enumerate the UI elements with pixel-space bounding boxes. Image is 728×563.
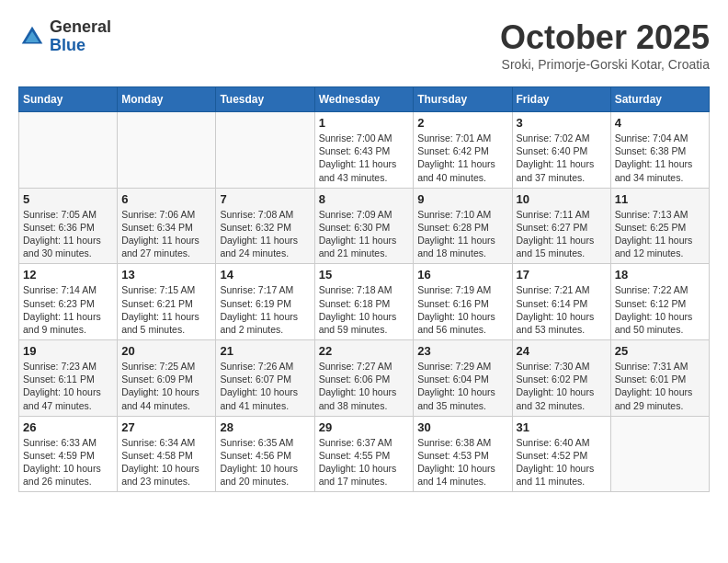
calendar-week-1: 1Sunrise: 7:00 AMSunset: 6:43 PMDaylight… — [19, 112, 710, 189]
day-info: Sunrise: 7:25 AMSunset: 6:09 PMDaylight:… — [121, 360, 211, 412]
day-number: 29 — [319, 420, 410, 434]
day-number: 4 — [615, 116, 705, 130]
day-info: Sunrise: 7:04 AMSunset: 6:38 PMDaylight:… — [615, 132, 705, 184]
day-info: Sunrise: 7:10 AMSunset: 6:28 PMDaylight:… — [417, 208, 507, 260]
weekday-header-sunday: Sunday — [19, 87, 118, 112]
weekday-header-saturday: Saturday — [610, 87, 709, 112]
weekday-header-friday: Friday — [512, 87, 610, 112]
calendar-cell: 19Sunrise: 7:23 AMSunset: 6:11 PMDayligh… — [19, 340, 118, 417]
month-title: October 2025 — [500, 18, 710, 57]
calendar-cell — [118, 112, 216, 189]
day-number: 26 — [23, 420, 113, 434]
calendar-week-5: 26Sunrise: 6:33 AMSunset: 4:59 PMDayligh… — [19, 416, 710, 492]
calendar-cell: 30Sunrise: 6:38 AMSunset: 4:53 PMDayligh… — [414, 416, 512, 492]
day-info: Sunrise: 6:35 AMSunset: 4:56 PMDaylight:… — [220, 436, 310, 488]
calendar-cell: 22Sunrise: 7:27 AMSunset: 6:06 PMDayligh… — [314, 340, 414, 417]
day-info: Sunrise: 7:29 AMSunset: 6:04 PMDaylight:… — [417, 360, 507, 412]
calendar-cell: 28Sunrise: 6:35 AMSunset: 4:56 PMDayligh… — [216, 416, 314, 492]
logo-general-text: General — [50, 18, 111, 37]
calendar-cell: 5Sunrise: 7:05 AMSunset: 6:36 PMDaylight… — [19, 188, 118, 264]
day-number: 9 — [417, 192, 507, 206]
day-info: Sunrise: 7:26 AMSunset: 6:07 PMDaylight:… — [220, 360, 310, 412]
calendar-week-4: 19Sunrise: 7:23 AMSunset: 6:11 PMDayligh… — [19, 340, 710, 417]
day-number: 27 — [121, 420, 211, 434]
day-info: Sunrise: 7:19 AMSunset: 6:16 PMDaylight:… — [417, 283, 507, 336]
logo-icon — [18, 23, 46, 51]
calendar-cell: 16Sunrise: 7:19 AMSunset: 6:16 PMDayligh… — [414, 264, 512, 340]
day-number: 30 — [417, 420, 507, 434]
day-info: Sunrise: 7:23 AMSunset: 6:11 PMDaylight:… — [23, 360, 113, 412]
weekday-header-tuesday: Tuesday — [216, 87, 314, 112]
location-subtitle: Sroki, Primorje-Gorski Kotar, Croatia — [500, 57, 710, 72]
title-block: October 2025 Sroki, Primorje-Gorski Kota… — [500, 18, 710, 72]
weekday-header-thursday: Thursday — [414, 87, 512, 112]
day-number: 22 — [319, 344, 410, 358]
calendar-cell: 21Sunrise: 7:26 AMSunset: 6:07 PMDayligh… — [216, 340, 314, 417]
logo-blue-text: Blue — [50, 37, 111, 55]
calendar-cell: 29Sunrise: 6:37 AMSunset: 4:55 PMDayligh… — [314, 416, 414, 492]
day-number: 2 — [417, 116, 507, 130]
day-number: 17 — [517, 268, 607, 282]
calendar-cell — [216, 112, 314, 189]
day-number: 16 — [417, 268, 507, 282]
day-info: Sunrise: 7:31 AMSunset: 6:01 PMDaylight:… — [615, 360, 705, 412]
page-header: General Blue October 2025 Sroki, Primorj… — [18, 18, 710, 72]
calendar-cell: 25Sunrise: 7:31 AMSunset: 6:01 PMDayligh… — [610, 340, 709, 417]
day-number: 7 — [220, 192, 310, 206]
calendar-cell: 31Sunrise: 6:40 AMSunset: 4:52 PMDayligh… — [512, 416, 610, 492]
calendar-cell: 10Sunrise: 7:11 AMSunset: 6:27 PMDayligh… — [512, 188, 610, 264]
calendar-cell: 1Sunrise: 7:00 AMSunset: 6:43 PMDaylight… — [314, 112, 414, 189]
day-info: Sunrise: 7:09 AMSunset: 6:30 PMDaylight:… — [319, 208, 410, 260]
calendar-cell: 20Sunrise: 7:25 AMSunset: 6:09 PMDayligh… — [118, 340, 216, 417]
day-info: Sunrise: 6:40 AMSunset: 4:52 PMDaylight:… — [517, 436, 607, 488]
day-info: Sunrise: 7:22 AMSunset: 6:12 PMDaylight:… — [615, 283, 705, 336]
calendar-cell: 3Sunrise: 7:02 AMSunset: 6:40 PMDaylight… — [512, 112, 610, 189]
calendar-cell: 23Sunrise: 7:29 AMSunset: 6:04 PMDayligh… — [414, 340, 512, 417]
calendar-cell: 8Sunrise: 7:09 AMSunset: 6:30 PMDaylight… — [314, 188, 414, 264]
calendar-cell: 24Sunrise: 7:30 AMSunset: 6:02 PMDayligh… — [512, 340, 610, 417]
day-number: 6 — [121, 192, 211, 206]
calendar-cell: 27Sunrise: 6:34 AMSunset: 4:58 PMDayligh… — [118, 416, 216, 492]
day-number: 3 — [517, 116, 607, 130]
calendar-cell: 13Sunrise: 7:15 AMSunset: 6:21 PMDayligh… — [118, 264, 216, 340]
day-info: Sunrise: 7:14 AMSunset: 6:23 PMDaylight:… — [23, 283, 113, 336]
day-info: Sunrise: 7:15 AMSunset: 6:21 PMDaylight:… — [121, 283, 211, 336]
day-number: 18 — [615, 268, 705, 282]
calendar-cell: 14Sunrise: 7:17 AMSunset: 6:19 PMDayligh… — [216, 264, 314, 340]
weekday-header-monday: Monday — [118, 87, 216, 112]
day-number: 13 — [121, 268, 211, 282]
weekday-header-wednesday: Wednesday — [314, 87, 414, 112]
day-info: Sunrise: 7:11 AMSunset: 6:27 PMDaylight:… — [517, 208, 607, 260]
calendar-cell: 7Sunrise: 7:08 AMSunset: 6:32 PMDaylight… — [216, 188, 314, 264]
calendar-cell: 15Sunrise: 7:18 AMSunset: 6:18 PMDayligh… — [314, 264, 414, 340]
calendar-week-2: 5Sunrise: 7:05 AMSunset: 6:36 PMDaylight… — [19, 188, 710, 264]
calendar-cell: 2Sunrise: 7:01 AMSunset: 6:42 PMDaylight… — [414, 112, 512, 189]
day-info: Sunrise: 7:00 AMSunset: 6:43 PMDaylight:… — [319, 132, 410, 184]
calendar-cell: 17Sunrise: 7:21 AMSunset: 6:14 PMDayligh… — [512, 264, 610, 340]
calendar-cell: 4Sunrise: 7:04 AMSunset: 6:38 PMDaylight… — [610, 112, 709, 189]
header-row: SundayMondayTuesdayWednesdayThursdayFrid… — [19, 87, 710, 112]
day-info: Sunrise: 7:06 AMSunset: 6:34 PMDaylight:… — [121, 208, 211, 260]
day-number: 1 — [319, 116, 410, 130]
calendar-cell: 11Sunrise: 7:13 AMSunset: 6:25 PMDayligh… — [610, 188, 709, 264]
calendar-cell — [19, 112, 118, 189]
day-number: 31 — [517, 420, 607, 434]
day-info: Sunrise: 7:08 AMSunset: 6:32 PMDaylight:… — [220, 208, 310, 260]
day-number: 5 — [23, 192, 113, 206]
day-info: Sunrise: 7:01 AMSunset: 6:42 PMDaylight:… — [417, 132, 507, 184]
calendar-cell: 6Sunrise: 7:06 AMSunset: 6:34 PMDaylight… — [118, 188, 216, 264]
calendar-cell: 9Sunrise: 7:10 AMSunset: 6:28 PMDaylight… — [414, 188, 512, 264]
logo: General Blue — [18, 18, 111, 55]
day-number: 25 — [615, 344, 705, 358]
day-number: 8 — [319, 192, 410, 206]
day-info: Sunrise: 7:18 AMSunset: 6:18 PMDaylight:… — [319, 283, 410, 336]
calendar-cell — [610, 416, 709, 492]
day-number: 12 — [23, 268, 113, 282]
day-number: 20 — [121, 344, 211, 358]
day-info: Sunrise: 7:02 AMSunset: 6:40 PMDaylight:… — [517, 132, 607, 184]
day-number: 23 — [417, 344, 507, 358]
day-number: 19 — [23, 344, 113, 358]
day-number: 15 — [319, 268, 410, 282]
day-info: Sunrise: 6:33 AMSunset: 4:59 PMDaylight:… — [23, 436, 113, 488]
day-info: Sunrise: 7:27 AMSunset: 6:06 PMDaylight:… — [319, 360, 410, 412]
